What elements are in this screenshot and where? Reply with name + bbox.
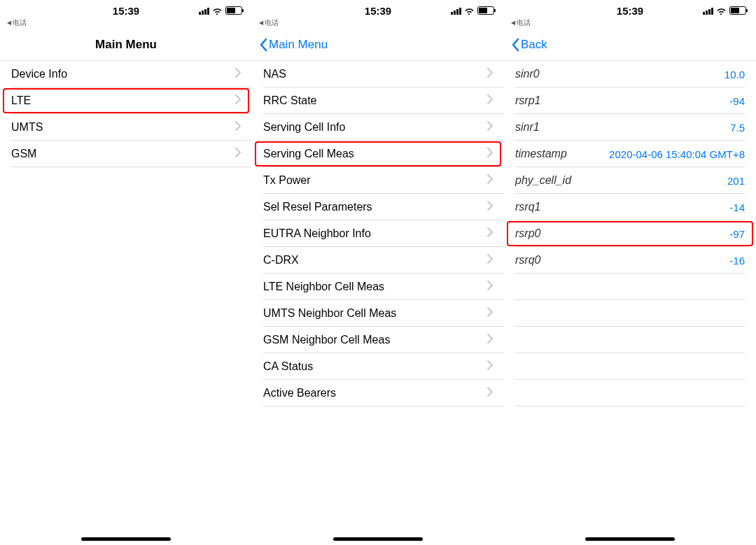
menu-item-gsm[interactable]: GSM	[0, 141, 252, 167]
battery-icon	[729, 6, 746, 15]
empty-row	[504, 353, 756, 380]
meas-row-phy_cell_id: phy_cell_id201	[504, 167, 756, 194]
page-title: Main Menu	[95, 38, 157, 52]
chevron-right-icon	[235, 121, 241, 134]
back-button[interactable]: Back	[511, 29, 547, 60]
meas-value: 2020-04-06 15:40:04 GMT+8	[609, 148, 745, 160]
status-time: 15:39	[570, 5, 690, 17]
chevron-right-icon	[487, 174, 493, 187]
wifi-icon	[464, 7, 475, 15]
submenu-item-label: Tx Power	[263, 174, 487, 187]
battery-icon	[477, 6, 494, 15]
meas-label: rsrp0	[515, 227, 729, 240]
submenu-item-label: EUTRA Neighbor Info	[263, 227, 487, 240]
menu-item-umts[interactable]: UMTS	[0, 114, 252, 141]
lte-submenu-list: NASRRC StateServing Cell InfoServing Cel…	[252, 61, 504, 406]
status-time: 15:39	[66, 5, 186, 17]
breadcrumb-label: 电话	[265, 18, 279, 28]
nav-bar: Main Menu	[252, 29, 504, 60]
submenu-item-label: LTE Neighbor Cell Meas	[263, 281, 487, 293]
chevron-right-icon	[487, 307, 493, 320]
submenu-item-label: CA Status	[263, 360, 487, 373]
submenu-item-serving-cell-info[interactable]: Serving Cell Info	[252, 114, 504, 141]
wifi-icon	[716, 7, 727, 15]
breadcrumb-back-icon: ◀	[7, 20, 11, 26]
status-right-icons	[438, 6, 494, 15]
submenu-item-ca-status[interactable]: CA Status	[252, 353, 504, 380]
breadcrumb-label: 电话	[517, 18, 531, 28]
empty-row	[504, 274, 756, 300]
submenu-item-eutra-neighbor-info[interactable]: EUTRA Neighbor Info	[252, 220, 504, 247]
cellular-signal-icon	[451, 7, 461, 15]
screen-main-menu: 15:39 ◀ 电话 Main Menu Device InfoLTEUMTSG…	[0, 0, 252, 545]
submenu-item-label: RRC State	[263, 94, 487, 107]
submenu-item-rrc-state[interactable]: RRC State	[252, 87, 504, 114]
status-bar: 15:39	[252, 3, 504, 18]
submenu-item-label: NAS	[263, 68, 487, 80]
chevron-right-icon	[487, 201, 493, 213]
meas-row-sinr0: sinr010.0	[504, 61, 756, 87]
empty-row	[504, 327, 756, 353]
main-menu-list: Device InfoLTEUMTSGSM	[0, 61, 252, 167]
status-time: 15:39	[318, 5, 438, 17]
cellular-signal-icon	[703, 7, 713, 15]
status-bar: 15:39	[0, 3, 252, 18]
home-indicator[interactable]	[333, 537, 423, 541]
menu-item-label: Device Info	[11, 68, 235, 80]
chevron-right-icon	[487, 94, 493, 107]
submenu-item-sel-resel-parameters[interactable]: Sel Resel Parameters	[252, 194, 504, 220]
chevron-left-icon	[511, 38, 519, 52]
menu-item-device-info[interactable]: Device Info	[0, 61, 252, 87]
nav-bar: Main Menu	[0, 29, 252, 60]
breadcrumb[interactable]: ◀ 电话	[252, 18, 504, 29]
status-right-icons	[690, 6, 746, 15]
meas-label: sinr0	[515, 68, 724, 80]
submenu-item-gsm-neighbor-cell-meas[interactable]: GSM Neighbor Cell Meas	[252, 327, 504, 353]
chevron-right-icon	[487, 281, 493, 293]
submenu-item-active-bearers[interactable]: Active Bearers	[252, 380, 504, 406]
breadcrumb-label: 电话	[13, 18, 27, 28]
menu-item-label: UMTS	[11, 121, 235, 134]
meas-values-list: sinr010.0rsrp1-94sinr17.5timestamp2020-0…	[504, 61, 756, 406]
breadcrumb[interactable]: ◀ 电话	[504, 18, 756, 29]
chevron-right-icon	[487, 334, 493, 346]
submenu-item-label: Serving Cell Meas	[263, 148, 487, 160]
chevron-right-icon	[487, 121, 493, 134]
submenu-item-label: Serving Cell Info	[263, 121, 487, 134]
meas-label: sinr1	[515, 121, 730, 134]
back-label: Main Menu	[269, 38, 328, 52]
breadcrumb-back-icon: ◀	[259, 20, 263, 26]
back-button[interactable]: Main Menu	[259, 29, 328, 60]
meas-row-rsrp1: rsrp1-94	[504, 87, 756, 114]
breadcrumb[interactable]: ◀ 电话	[0, 18, 252, 29]
chevron-right-icon	[487, 360, 493, 373]
submenu-item-c-drx[interactable]: C-DRX	[252, 247, 504, 274]
meas-label: timestamp	[515, 148, 609, 160]
meas-row-rsrp0: rsrp0-97	[504, 220, 756, 247]
meas-value: 10.0	[724, 69, 745, 80]
meas-value: -16	[729, 255, 745, 267]
home-indicator[interactable]	[81, 537, 171, 541]
submenu-item-tx-power[interactable]: Tx Power	[252, 167, 504, 194]
meas-row-rsrq0: rsrq0-16	[504, 247, 756, 274]
submenu-item-lte-neighbor-cell-meas[interactable]: LTE Neighbor Cell Meas	[252, 274, 504, 300]
submenu-item-nas[interactable]: NAS	[252, 61, 504, 87]
meas-value: -97	[729, 228, 745, 240]
nav-bar: Back	[504, 29, 756, 60]
cellular-signal-icon	[199, 7, 209, 15]
chevron-right-icon	[235, 68, 241, 80]
screen-lte: 15:39 ◀ 电话 Main Menu NASRRC StateServing…	[252, 0, 504, 545]
submenu-item-umts-neighbor-cell-meas[interactable]: UMTS Neighbor Cell Meas	[252, 300, 504, 327]
submenu-item-label: C-DRX	[263, 254, 487, 267]
meas-label: rsrq0	[515, 254, 729, 267]
meas-row-rsrq1: rsrq1-14	[504, 194, 756, 220]
breadcrumb-back-icon: ◀	[511, 20, 515, 26]
empty-row	[504, 300, 756, 327]
submenu-item-label: GSM Neighbor Cell Meas	[263, 334, 487, 346]
chevron-right-icon	[487, 387, 493, 399]
home-indicator[interactable]	[585, 537, 675, 541]
chevron-right-icon	[487, 254, 493, 267]
submenu-item-label: Active Bearers	[263, 387, 487, 399]
submenu-item-serving-cell-meas[interactable]: Serving Cell Meas	[252, 141, 504, 167]
menu-item-lte[interactable]: LTE	[0, 87, 252, 114]
